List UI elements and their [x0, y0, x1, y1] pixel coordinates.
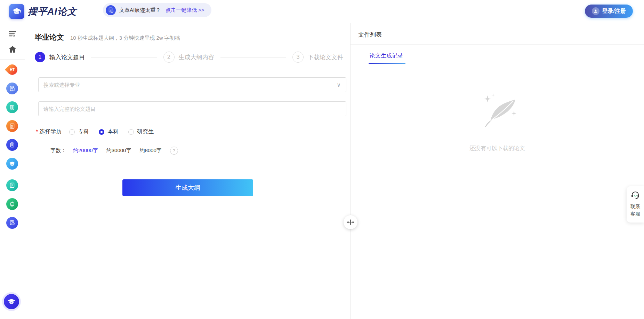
word-option-8000[interactable]: 约8000字 — [139, 147, 161, 154]
step-connector — [220, 57, 287, 57]
pencil-ruler-icon — [9, 104, 15, 110]
steps-bar: 1 输入论文题目 2 生成大纲内容 3 下载论文文件 — [35, 52, 343, 63]
sidebar-item-report[interactable] — [6, 120, 18, 132]
step-connector — [91, 57, 157, 57]
step-3-label: 下载论文文件 — [308, 53, 343, 61]
word-count-group: 字数： 约20000字 约30000字 约8000字 ? — [50, 147, 178, 155]
document-person-icon — [9, 220, 15, 226]
sidebar-item-book[interactable] — [6, 179, 18, 191]
feather-illustration — [466, 89, 529, 134]
collapse-menu-icon[interactable] — [8, 30, 17, 39]
ai-trace-banner[interactable]: 文章AI痕迹太重？ 点击一键降低 >> — [103, 3, 211, 17]
app-logo[interactable]: 摆平AI论文 — [9, 4, 77, 19]
step-2-number: 2 — [163, 52, 175, 63]
document-icon — [9, 85, 15, 92]
radio-associate-degree[interactable]: 专科 — [69, 128, 89, 135]
file-list-title: 文件列表 — [358, 31, 382, 39]
sidebar-item-clipboard[interactable] — [6, 139, 18, 151]
login-register-button[interactable]: 登录/注册 — [585, 5, 633, 18]
file-list-panel: 文件列表 论文生成记录 还没有可以下载的论文 — [351, 23, 644, 319]
login-label: 登录/注册 — [602, 8, 626, 15]
step-2-label: 生成大纲内容 — [179, 53, 214, 61]
radio-bachelor-degree[interactable]: 本科 — [99, 128, 119, 135]
user-avatar-icon — [592, 7, 599, 15]
empty-state: 还没有可以下载的论文 — [351, 89, 644, 152]
logo-text: 摆平AI论文 — [28, 5, 77, 18]
major-select-input[interactable] — [38, 77, 346, 92]
main-panel: 毕业论文 10 秒生成标题大纲，3 分钟快速呈现 2w 字初稿 1 输入论文题目… — [25, 23, 351, 319]
sidebar-item-member-doc[interactable] — [6, 217, 18, 229]
word-option-20000[interactable]: 约20000字 — [73, 147, 98, 154]
required-mark: * — [36, 129, 38, 135]
title-row: 毕业论文 10 秒生成标题大纲，3 分钟快速呈现 2w 字初稿 — [35, 32, 180, 42]
tab-generation-history[interactable]: 论文生成记录 — [370, 52, 403, 60]
left-sidebar: HT — [0, 23, 25, 319]
step-1-enter-title: 1 输入论文题目 — [35, 52, 85, 62]
step-2-generate-outline: 2 生成大纲内容 — [163, 52, 214, 63]
word-count-label: 字数： — [50, 147, 66, 154]
thesis-title-input[interactable] — [38, 101, 346, 116]
panel-resize-handle[interactable] — [344, 215, 357, 229]
horizontal-resize-icon — [347, 219, 354, 226]
graduation-cap-logo-icon — [9, 4, 24, 19]
flame-icon: HT — [5, 62, 19, 77]
floating-graduation-button[interactable] — [2, 292, 21, 311]
sidebar-item-document[interactable] — [6, 83, 18, 94]
sidebar-item-hot-topic[interactable]: HT — [6, 64, 18, 76]
radio-circle-checked-icon — [99, 129, 104, 135]
document-download-icon — [106, 5, 116, 15]
sidebar-item-robot[interactable] — [6, 198, 18, 210]
robot-icon — [9, 201, 15, 207]
contact-support-button[interactable]: 联系 客服 — [627, 186, 644, 223]
step-3-number: 3 — [292, 52, 304, 63]
sidebar-divider — [0, 59, 25, 60]
banner-reduce-link[interactable]: 点击一键降低 >> — [166, 7, 204, 14]
step-3-download-file: 3 下载论文文件 — [292, 52, 343, 63]
word-option-30000[interactable]: 约30000字 — [106, 147, 131, 154]
graduation-cap-icon — [9, 161, 16, 167]
major-select-wrap: ∨ — [38, 77, 346, 92]
panel-separator — [351, 44, 644, 45]
step-1-label: 输入论文题目 — [49, 53, 85, 61]
radio-circle-icon — [69, 129, 75, 135]
active-tab-underline — [369, 63, 405, 64]
degree-radio-group: * 选择学历 专科 本科 研究生 — [36, 128, 163, 135]
headset-icon — [630, 190, 640, 200]
banner-text: 文章AI痕迹太重？ — [119, 7, 161, 14]
radio-postgraduate-degree[interactable]: 研究生 — [128, 128, 154, 135]
empty-state-text: 还没有可以下载的论文 — [351, 145, 644, 152]
home-icon[interactable] — [8, 45, 17, 55]
graduation-cap-icon — [4, 294, 19, 309]
top-header: 摆平AI论文 文章AI痕迹太重？ 点击一键降低 >> — [0, 0, 644, 23]
sidebar-item-writing[interactable] — [6, 101, 18, 113]
page-subtitle: 10 秒生成标题大纲，3 分钟快速呈现 2w 字初稿 — [70, 35, 180, 41]
step-1-number: 1 — [35, 52, 45, 62]
contact-label: 联系 客服 — [627, 203, 644, 218]
degree-group-label: 选择学历 — [39, 128, 62, 135]
report-icon — [9, 123, 15, 129]
help-question-icon[interactable]: ? — [170, 147, 178, 155]
app-root: 摆平AI论文 文章AI痕迹太重？ 点击一键降低 >> — [0, 0, 644, 319]
sidebar-item-graduation[interactable] — [6, 158, 18, 170]
clipboard-icon — [9, 142, 15, 148]
book-icon — [9, 182, 15, 188]
page-title: 毕业论文 — [35, 32, 64, 42]
generate-outline-button[interactable]: 生成大纲 — [122, 179, 253, 196]
radio-circle-icon — [128, 129, 134, 135]
